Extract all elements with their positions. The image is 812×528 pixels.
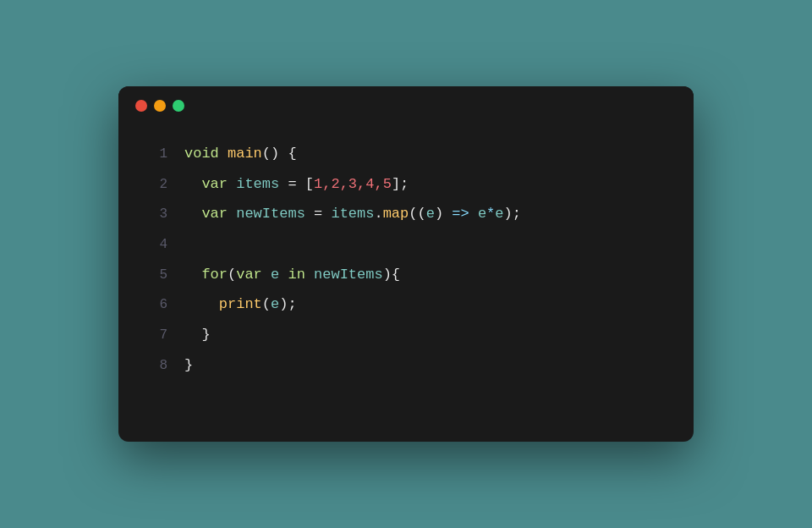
code-content-6: print(e); [184, 289, 297, 320]
line-number-7: 7 [144, 322, 167, 350]
code-line-4: 4 [144, 229, 668, 260]
code-editor-window: 1 void main() { 2 var items = [1,2,3,4,5… [118, 86, 694, 442]
code-line-8: 8 } [144, 350, 668, 381]
close-button[interactable] [135, 100, 147, 112]
code-line-2: 2 var items = [1,2,3,4,5]; [144, 169, 668, 200]
code-content-3: var newItems = items.map((e) => e*e); [184, 199, 521, 229]
line-number-2: 2 [144, 171, 167, 200]
line-number-4: 4 [144, 231, 167, 260]
code-content-7: } [184, 320, 211, 350]
code-content-8: } [184, 350, 193, 381]
code-area: 1 void main() { 2 var items = [1,2,3,4,5… [118, 122, 694, 415]
code-content-1: void main() { [184, 139, 297, 169]
titlebar [118, 86, 694, 122]
code-line-1: 1 void main() { [144, 139, 668, 169]
code-content-5: for(var e in newItems){ [184, 260, 400, 290]
line-number-5: 5 [144, 261, 167, 290]
code-line-5: 5 for(var e in newItems){ [144, 260, 668, 290]
line-number-3: 3 [144, 201, 167, 229]
code-line-7: 7 } [144, 320, 668, 350]
maximize-button[interactable] [173, 100, 184, 112]
code-content-4 [184, 229, 193, 260]
line-number-1: 1 [144, 140, 167, 169]
code-content-2: var items = [1,2,3,4,5]; [184, 169, 409, 200]
line-number-6: 6 [144, 291, 167, 320]
code-line-3: 3 var newItems = items.map((e) => e*e); [144, 199, 668, 229]
minimize-button[interactable] [154, 100, 166, 112]
code-line-6: 6 print(e); [144, 289, 668, 320]
line-number-8: 8 [144, 352, 167, 381]
